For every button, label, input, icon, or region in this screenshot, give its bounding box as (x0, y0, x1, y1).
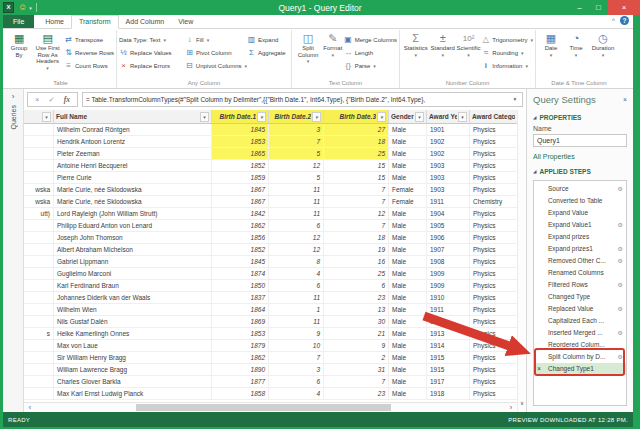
applied-step-item[interactable]: Converted to Table (534, 195, 626, 207)
parse-button[interactable]: {} Parse ▾ (344, 59, 397, 72)
minimize-button[interactable]: – (570, 0, 589, 15)
information-button[interactable]: i Information ▾ (481, 59, 533, 72)
statistics-button[interactable]: Σ Statistics ▾ (402, 30, 429, 58)
query-name-input[interactable]: Query1 (533, 134, 627, 147)
table-row[interactable]: Sir William Henry Bragg186272Male1915Phy… (24, 352, 517, 364)
column-header-birth-date-3[interactable]: Birth Date.3 ▾ (324, 110, 389, 123)
step-settings-gear-icon[interactable]: ⚙ (618, 243, 623, 255)
formula-expand-icon[interactable]: ▾ (511, 93, 519, 106)
table-row[interactable]: Max von Laue1879109Male1914Physics (24, 340, 517, 352)
column-header-birth-date-1[interactable]: Birth Date.1 ▾ (212, 110, 269, 123)
table-row[interactable]: Pierre Curie1859515Male1903Physics (24, 172, 517, 184)
trigonometry-button[interactable]: △ Trigonometry ▾ (481, 33, 533, 46)
applied-step-item[interactable]: Replaced Value⚙ (534, 303, 626, 315)
applied-steps-section-header[interactable]: ◢ APPLIED STEPS (533, 168, 627, 175)
group-by-button[interactable]: ▦ Group By (7, 30, 31, 58)
data-type-button[interactable]: Data Type: Text ▾ (119, 33, 185, 46)
step-settings-gear-icon[interactable]: ⚙ (618, 279, 623, 291)
tab-home[interactable]: Home (38, 16, 71, 28)
column-header-full-name[interactable]: Full Name ▾ (54, 110, 212, 123)
horizontal-scrollbar[interactable]: ‹ › (24, 402, 517, 412)
format-button[interactable]: ✎ Format ▾ (322, 30, 344, 58)
filter-dropdown-icon[interactable]: ▾ (257, 112, 266, 122)
filter-dropdown-icon[interactable]: ▾ (415, 112, 424, 122)
duration-button[interactable]: ◷ Duration ▾ (588, 30, 618, 58)
maximize-button[interactable]: □ (589, 0, 608, 15)
tab-file[interactable]: File (3, 15, 34, 28)
filter-dropdown-icon[interactable]: ▾ (42, 112, 51, 122)
filter-dropdown-icon[interactable]: ▾ (200, 112, 209, 122)
split-column-button[interactable]: ◫ Split Column ▾ (294, 30, 322, 64)
applied-step-item[interactable]: Split Column by D...⚙ (534, 351, 626, 363)
delete-step-icon[interactable]: × (537, 363, 548, 375)
formula-accept-icon[interactable]: ✓ (48, 95, 54, 104)
applied-step-item[interactable]: Changed Type (534, 291, 626, 303)
table-row[interactable]: William Lawrence Bragg1890331Male1915Phy… (24, 364, 517, 376)
replace-values-button[interactable]: ½ Replace Values (119, 46, 185, 59)
step-settings-gear-icon[interactable]: ⚙ (618, 327, 623, 339)
transpose-button[interactable]: ⇄ Transpose (64, 33, 114, 46)
close-button[interactable]: × (608, 0, 640, 15)
table-row[interactable]: Pieter Zeeman1865525Male1902Physics (24, 148, 517, 160)
queries-pane-collapsed[interactable]: › Queries (3, 89, 24, 412)
applied-step-item[interactable]: Reordered Colum... (534, 339, 626, 351)
table-row[interactable]: Gabriel Lippmann1845816Male1908Physics (24, 256, 517, 268)
table-row[interactable]: Hendrik Antoon Lorentz1853718Male1902Phy… (24, 136, 517, 148)
table-row[interactable]: Guglielmo Marconi1874425Male1909Physics (24, 268, 517, 280)
table-row[interactable]: utt)Lord Rayleigh (John William Strutt)1… (24, 208, 517, 220)
formula-cancel-icon[interactable]: × (35, 95, 39, 104)
filter-dropdown-icon[interactable]: ▾ (458, 112, 467, 122)
date-button[interactable]: ▦ Date ▾ (538, 30, 564, 58)
table-row[interactable]: Max Karl Ernst Ludwig Planck1858423Male1… (24, 388, 517, 400)
column-header-award-year[interactable]: Award Year ▾ (427, 110, 470, 123)
replace-errors-button[interactable]: × Replace Errors (119, 59, 185, 72)
use-first-row-as-headers-button[interactable]: ▤ Use First Row As Headers ▾ (31, 30, 64, 71)
table-row[interactable]: Antoine Henri Becquerel18521215Male1903P… (24, 160, 517, 172)
step-settings-gear-icon[interactable]: ⚙ (618, 303, 623, 315)
applied-step-item[interactable]: Expand prizes1⚙ (534, 243, 626, 255)
table-row[interactable]: wskaMarie Curie, née Sklodowska1867117Fe… (24, 196, 517, 208)
step-settings-gear-icon[interactable]: ⚙ (618, 183, 623, 195)
filter-dropdown-icon[interactable]: ▾ (377, 112, 386, 122)
formula-input[interactable]: = Table.TransformColumnTypes(#"Split Col… (82, 92, 523, 107)
collapse-ribbon-icon[interactable]: ^ (612, 17, 615, 24)
table-row[interactable]: Joseph John Thomson18561218Male1906Physi… (24, 232, 517, 244)
applied-step-item[interactable]: Inserted Merged ...⚙ (534, 327, 626, 339)
table-row[interactable]: Wilhelm Conrad Röntgen1845327Male1901Phy… (24, 124, 517, 136)
table-row[interactable]: Wilhelm Wien1864113Male1911Physics (24, 304, 517, 316)
horizontal-scroll-track[interactable] (36, 403, 505, 412)
applied-step-item[interactable]: Renamed Columns (534, 267, 626, 279)
tab-view[interactable]: View (171, 16, 200, 28)
applied-step-item[interactable]: Expand Value1⚙ (534, 219, 626, 231)
expand-button[interactable]: ▥ Expand (247, 33, 286, 46)
count-rows-button[interactable]: ≡ Count Rows (64, 59, 114, 72)
table-row[interactable]: Karl Ferdinand Braun185066Male1909Physic… (24, 280, 517, 292)
table-row[interactable]: Charles Glover Barkla187767Male1917Physi… (24, 376, 517, 388)
table-row[interactable]: Johannes Diderik van der Waals18371123Ma… (24, 292, 517, 304)
table-row[interactable]: Philipp Eduard Anton von Lenard186267Mal… (24, 220, 517, 232)
horizontal-scroll-thumb[interactable] (136, 404, 391, 411)
table-row[interactable]: sHeike Kamerlingh Onnes1853921Male1913Ph… (24, 328, 517, 340)
vertical-scrollbar[interactable]: ∨ (517, 110, 526, 412)
applied-step-item[interactable]: Filtered Rows⚙ (534, 279, 626, 291)
merge-columns-button[interactable]: ▣ Merge Columns (344, 33, 397, 46)
applied-step-item[interactable]: Source⚙ (534, 183, 626, 195)
rounding-button[interactable]: ≈ Rounding ▾ (481, 46, 533, 59)
tab-add-column[interactable]: Add Column (119, 16, 172, 28)
step-settings-gear-icon[interactable]: ⚙ (618, 219, 623, 231)
unpivot-columns-button[interactable]: ⊟ Unpivot Columns ▾ (185, 59, 247, 72)
reverse-rows-button[interactable]: ⇅ Reverse Rows (64, 46, 114, 59)
fill-button[interactable]: ↓ Fill ▾ (185, 33, 247, 46)
column-header-partial[interactable]: ▾ (24, 110, 54, 123)
length-button[interactable]: ↔ Length (344, 46, 397, 59)
table-row[interactable]: wskaMarie Curie, née Sklodowska1867117Fe… (24, 184, 517, 196)
table-row[interactable]: Albert Abraham Michelson18521219Male1907… (24, 244, 517, 256)
time-button[interactable]: ◔ Time ▾ (564, 30, 588, 58)
applied-step-item[interactable]: Expand prizes (534, 231, 626, 243)
all-properties-link[interactable]: All Properties (533, 153, 627, 160)
aggregate-button[interactable]: Σ Aggregate (247, 46, 286, 59)
applied-step-item[interactable]: ×Changed Type1 (534, 363, 626, 375)
column-header-birth-date-2[interactable]: Birth Date.2 ▾ (269, 110, 324, 123)
applied-step-item[interactable]: Removed Other C...⚙ (534, 255, 626, 267)
filter-dropdown-icon[interactable]: ▾ (312, 112, 321, 122)
